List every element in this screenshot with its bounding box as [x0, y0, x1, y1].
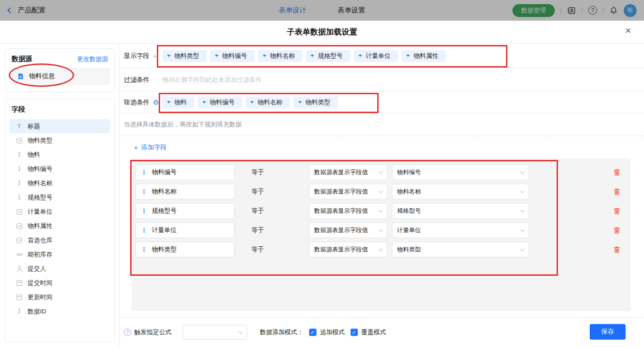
rule-target-value: 物料编号 — [397, 168, 421, 176]
datasource-item[interactable]: 物料信息 — [10, 68, 110, 85]
address-book-icon[interactable] — [567, 6, 576, 15]
rule-target-select[interactable]: 物料类型 — [392, 242, 529, 257]
text-icon — [140, 246, 148, 253]
change-datasource-link[interactable]: 更改数据源 — [77, 55, 109, 63]
delete-rule-icon[interactable] — [613, 169, 621, 176]
field-item[interactable]: 物料编号 — [10, 162, 110, 176]
gear-icon[interactable] — [153, 98, 159, 107]
divider — [582, 7, 582, 14]
field-item[interactable]: 物料 — [10, 148, 110, 162]
field-tag[interactable]: 规格型号 — [306, 50, 350, 62]
data-manage-button[interactable]: 数据管理 — [512, 4, 555, 17]
close-icon[interactable]: × — [625, 26, 631, 36]
delete-rule-icon[interactable] — [613, 227, 621, 234]
select-icon — [16, 137, 23, 144]
field-tag[interactable]: 物料名称 — [258, 50, 302, 62]
field-item[interactable]: 更新时间 — [10, 290, 110, 304]
field-item[interactable]: 计量单位 — [10, 205, 110, 219]
chevron-down-icon — [520, 169, 525, 174]
rule-source-select[interactable]: 数据源表显示字段值 — [309, 203, 387, 219]
main-panel: 显示字段 物料类型 物料编号 — [119, 44, 644, 347]
divider — [561, 7, 561, 14]
topbar-tab[interactable]: 表单设置 — [338, 6, 365, 15]
filter-dropzone[interactable]: 拖动左侧字段到此处来添加过滤条件 — [162, 76, 262, 84]
text-icon — [140, 169, 148, 176]
back-icon[interactable] — [7, 7, 13, 13]
rule-target-select[interactable]: 物料名称 — [392, 184, 529, 199]
back-group[interactable]: 产品配置 — [8, 0, 46, 21]
field-item-label: 物料 — [28, 151, 40, 159]
modal-title: 子表单数据加载设置 — [287, 27, 357, 37]
field-tag[interactable]: 物料编号 — [198, 97, 242, 108]
field-item[interactable]: 规格型号 — [10, 190, 110, 205]
caret-down-icon — [298, 101, 302, 103]
formula-help-icon[interactable]: ? — [124, 329, 131, 336]
rule-field-box[interactable]: 物料类型 — [135, 242, 235, 257]
delete-rule-icon[interactable] — [613, 207, 621, 215]
field-item[interactable]: 物料属性 — [10, 219, 110, 233]
bell-icon[interactable] — [610, 6, 618, 15]
rule-target-select[interactable]: 计量单位 — [392, 222, 529, 238]
field-item[interactable]: 标题 — [10, 119, 110, 133]
modal-footer: ? 触发指定公式 数据添加模式： 追加模式 覆盖模式 — [120, 317, 644, 347]
field-item[interactable]: 提交人 — [10, 262, 110, 276]
field-tag-label: 物料编号 — [210, 98, 235, 107]
field-item[interactable]: 物料名称 — [10, 176, 110, 190]
rule-target-select[interactable]: 规格型号 — [392, 203, 529, 219]
field-tag[interactable]: 物料类型 — [162, 50, 207, 62]
rule-source-select[interactable]: 数据源表显示字段值 — [309, 184, 387, 199]
field-item[interactable]: 提交时间 — [10, 276, 110, 290]
mode-checkbox-label: 覆盖模式 — [362, 328, 386, 336]
rule-source-select[interactable]: 数据源表显示字段值 — [309, 165, 387, 180]
help-icon[interactable]: ? — [588, 6, 597, 15]
field-tag-label: 物料属性 — [414, 52, 438, 60]
checkbox-icon — [309, 329, 316, 336]
mode-checkbox[interactable]: 覆盖模式 — [351, 328, 386, 336]
field-tag[interactable]: 计量单位 — [354, 50, 398, 62]
mode-checkbox-label: 追加模式 — [320, 328, 345, 336]
plus-icon — [134, 143, 138, 151]
add-field-button[interactable]: 添加字段 — [134, 143, 167, 152]
rule-field-box[interactable]: 物料名称 — [135, 184, 235, 199]
number-icon — [16, 251, 23, 258]
delete-rule-icon[interactable] — [613, 188, 621, 196]
field-item-label: 更新时间 — [28, 293, 52, 301]
field-tag[interactable]: 物料属性 — [402, 50, 446, 62]
mode-checkbox[interactable]: 追加模式 — [309, 328, 345, 336]
rule-field-label: 物料编号 — [152, 168, 177, 176]
rule-field-box[interactable]: 规格型号 — [135, 203, 235, 219]
field-item[interactable]: 数据ID — [10, 304, 110, 319]
field-tag-label: 物料编号 — [222, 52, 247, 60]
add-field-row: 添加字段 — [120, 136, 644, 159]
rule-row: 物料名称 等于 数据源表显示字段值 物料名称 — [132, 184, 631, 199]
rule-source-select[interactable]: 数据源表显示字段值 — [309, 222, 387, 238]
field-item-label: 数据ID — [28, 307, 46, 316]
field-item[interactable]: 首选仓库 — [10, 233, 110, 247]
field-item[interactable]: 期初库存 — [10, 247, 110, 262]
field-item[interactable]: 物料类型 — [10, 133, 110, 148]
topbar-actions: 数据管理 ? 检 — [512, 0, 637, 21]
rule-source-value: 数据源表显示字段值 — [314, 207, 368, 215]
document-icon — [17, 73, 24, 80]
rule-field-box[interactable]: 物料编号 — [135, 165, 235, 180]
field-tag[interactable]: 物料 — [162, 97, 194, 108]
rule-field-box[interactable]: 计量单位 — [135, 222, 235, 238]
subform-data-load-modal: 子表单数据加载设置 × 数据源 更改数据源 物料信息 字段 — [0, 21, 644, 347]
field-item-label: 计量单位 — [28, 208, 52, 216]
rule-row: 计量单位 等于 数据源表显示字段值 计量单位 — [132, 222, 631, 238]
add-display-field-icon[interactable] — [153, 52, 157, 60]
field-tag[interactable]: 物料名称 — [246, 97, 290, 108]
back-label[interactable]: 产品配置 — [18, 6, 46, 15]
rule-operator: 等于 — [252, 188, 265, 196]
rule-operator: 等于 — [252, 245, 265, 254]
field-tag[interactable]: 物料类型 — [293, 97, 338, 108]
delete-rule-icon[interactable] — [613, 246, 621, 254]
rule-target-select[interactable]: 物料编号 — [392, 165, 529, 180]
field-tag[interactable]: 物料编号 — [210, 50, 254, 62]
save-button[interactable]: 保存 — [590, 324, 626, 340]
text-icon — [140, 207, 148, 215]
topbar-tab[interactable]: 表单设计 — [279, 6, 306, 15]
rule-source-select[interactable]: 数据源表显示字段值 — [309, 242, 387, 257]
avatar[interactable]: 检 — [624, 4, 637, 17]
formula-select[interactable] — [183, 325, 247, 340]
